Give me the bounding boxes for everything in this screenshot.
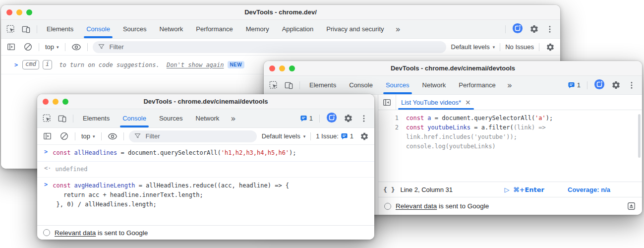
tab-privacy-and-security[interactable]: Privacy and security [320, 20, 390, 38]
dont-show-again-link[interactable]: Don't show again [167, 62, 224, 68]
tab-sources[interactable]: Sources [117, 20, 153, 38]
relevant-data-link[interactable]: Relevant data [396, 202, 437, 210]
run-snippet-button[interactable]: ▷ ⌘+Enter [504, 186, 544, 193]
tab-console[interactable]: Console [116, 109, 153, 127]
issues-counter[interactable]: 1 Issue: 1 [316, 132, 353, 140]
console-sidebar-icon[interactable] [41, 130, 53, 142]
zoom-window-button[interactable] [62, 99, 68, 105]
tab-network[interactable]: Network [189, 109, 226, 127]
divider [539, 43, 539, 51]
tab-sources[interactable]: Sources [153, 109, 189, 127]
kebab-menu-icon[interactable] [359, 114, 368, 123]
more-tabs-icon[interactable]: » [391, 20, 406, 38]
tab-performance[interactable]: Performance [452, 76, 502, 94]
tab-network[interactable]: Network [416, 76, 453, 94]
minimize-window-button[interactable] [279, 65, 285, 71]
line-number: 2 [378, 123, 406, 132]
chevron-down-icon: ▾ [493, 45, 495, 50]
divider [101, 132, 102, 140]
console-input[interactable]: > const avgHeadlineLength = allHeadlines… [37, 178, 374, 213]
inspect-element-icon[interactable] [6, 24, 15, 34]
device-toolbar-icon[interactable] [284, 80, 293, 90]
tab-console[interactable]: Console [343, 76, 379, 94]
kebab-menu-icon[interactable] [545, 25, 554, 34]
code-line: 1 const a = document.querySelectorAll('a… [378, 114, 642, 123]
hide-navigator-icon[interactable] [378, 95, 396, 110]
log-levels-selector[interactable]: Default levels ▾ [262, 132, 306, 140]
inspect-element-icon[interactable] [269, 80, 278, 90]
titlebar[interactable]: DevTools - chrome.dev/cinemai/devtools [37, 94, 374, 109]
issues-counter[interactable]: 1 [568, 81, 581, 89]
console-settings-gear-icon[interactable] [544, 41, 556, 53]
ai-assistance-icon[interactable] [594, 79, 605, 92]
filter-input[interactable] [109, 43, 441, 51]
console-filter[interactable] [129, 130, 257, 142]
close-window-button[interactable] [43, 99, 49, 105]
devtools-tabbar: Elements Console Sources Network » 1 [37, 109, 374, 128]
execution-context-selector[interactable]: top ▾ [44, 43, 60, 51]
radio-circle-icon [384, 203, 391, 210]
ai-assistance-icon[interactable] [326, 112, 337, 125]
tab-memory[interactable]: Memory [239, 20, 276, 38]
divider [37, 25, 37, 33]
settings-gear-icon[interactable] [529, 24, 539, 34]
device-toolbar-icon[interactable] [21, 24, 31, 34]
minimize-window-button[interactable] [16, 9, 22, 15]
execution-context-selector[interactable]: top ▾ [80, 132, 96, 140]
close-window-button[interactable] [269, 65, 275, 71]
console-settings-gear-icon[interactable] [358, 130, 370, 142]
privacy-notice-bar: Relevant data is sent to Google [37, 225, 374, 240]
settings-gear-icon[interactable] [611, 80, 621, 90]
zoom-window-button[interactable] [26, 9, 32, 15]
divider [319, 115, 320, 123]
divider [123, 132, 124, 140]
tab-application[interactable]: Application [276, 20, 320, 38]
radio-circle-icon [43, 229, 50, 236]
file-tab-snippet[interactable]: List YouTube videos* × [396, 95, 476, 110]
hint-text: to turn on code suggestions. [56, 62, 163, 68]
live-expression-eye-icon[interactable] [107, 130, 118, 142]
close-window-button[interactable] [6, 9, 12, 15]
titlebar[interactable]: DevTools - chrome.dev/cinemai/devtools [264, 61, 642, 76]
console-sidebar-icon[interactable] [5, 41, 17, 53]
divider [73, 115, 73, 123]
tab-elements[interactable]: Elements [303, 76, 343, 94]
pretty-print-icon[interactable]: { } [383, 186, 395, 193]
tab-network[interactable]: Network [153, 20, 190, 38]
devtools-tabbar: Elements Console Sources Network Perform… [1, 20, 560, 39]
code-line: link.href.includes('youtube')); [378, 132, 642, 142]
console-messages-area[interactable]: > const allHeadlines = document.querySel… [37, 145, 374, 225]
console-toolbar: top ▾ Default levels ▾ 1 Issue: 1 [37, 128, 374, 145]
filter-input[interactable] [145, 132, 252, 140]
editor-scrollbar[interactable] [638, 114, 641, 158]
close-icon[interactable]: × [465, 98, 471, 106]
issues-status[interactable]: No Issues [505, 43, 534, 51]
issues-counter[interactable]: 1 [300, 115, 313, 122]
ai-assistance-icon[interactable] [512, 23, 523, 36]
tab-elements[interactable]: Elements [40, 20, 80, 38]
more-tabs-icon[interactable]: » [502, 76, 517, 94]
settings-gear-icon[interactable] [344, 114, 353, 123]
inspect-element-icon[interactable] [42, 114, 52, 123]
traffic-lights [6, 9, 32, 15]
show-drawer-icon[interactable] [627, 201, 636, 211]
minimize-window-button[interactable] [53, 99, 59, 105]
tab-elements[interactable]: Elements [76, 109, 116, 127]
clear-console-icon[interactable] [22, 41, 34, 53]
tab-performance[interactable]: Performance [189, 20, 239, 38]
coverage-link[interactable]: Coverage: n/a [568, 186, 610, 193]
kebab-menu-icon[interactable] [627, 81, 636, 90]
tab-sources[interactable]: Sources [379, 76, 416, 94]
relevant-data-link[interactable]: Relevant data [55, 229, 96, 237]
more-tabs-icon[interactable]: » [226, 109, 240, 127]
console-filter[interactable] [93, 41, 446, 53]
zoom-window-button[interactable] [289, 65, 295, 71]
result-value: undefined [55, 165, 87, 174]
code-editor[interactable]: 1 const a = document.querySelectorAll('a… [378, 110, 642, 182]
device-toolbar-icon[interactable] [58, 114, 67, 123]
clear-console-icon[interactable] [58, 130, 70, 142]
live-expression-eye-icon[interactable] [70, 41, 82, 53]
log-levels-selector[interactable]: Default levels ▾ [451, 43, 495, 51]
titlebar[interactable]: DevTools - chrome.dev/ [1, 5, 560, 20]
tab-console[interactable]: Console [80, 20, 117, 38]
